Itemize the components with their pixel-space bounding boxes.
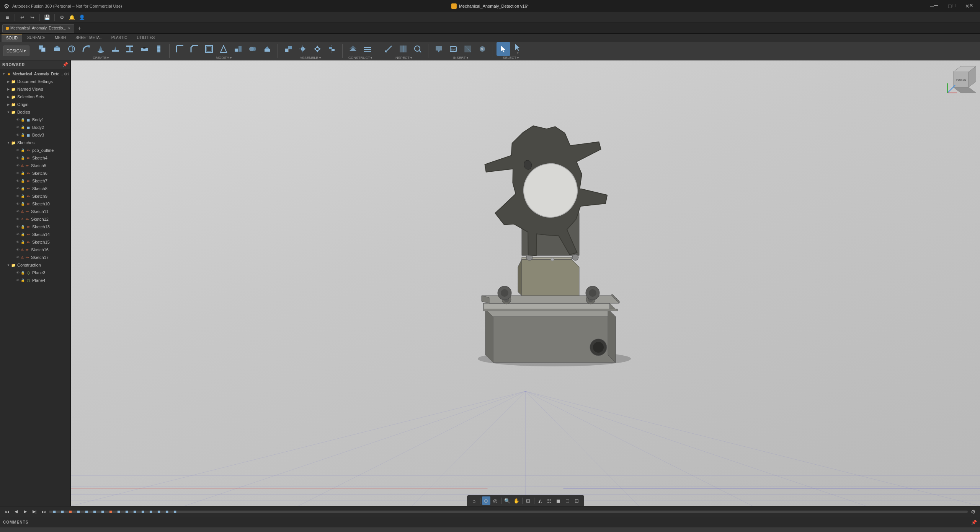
browser-sketch14[interactable]: ▶ 👁 🔒 ✏ Sketch14	[0, 231, 70, 238]
tl-op-icon[interactable]: ◼	[99, 508, 106, 515]
browser-plane3[interactable]: ▶ 👁 🔒 ⬡ Plane3	[0, 269, 70, 277]
tl-op-icon[interactable]: ◼	[172, 508, 178, 515]
measure-button[interactable]	[382, 42, 395, 56]
notifications-button[interactable]: 🔔	[68, 13, 76, 22]
subtab-utilities[interactable]: UTILITIES	[132, 34, 159, 42]
fit-to-window-button[interactable]: ⊞	[524, 496, 532, 505]
web-button[interactable]	[123, 42, 137, 56]
environment-button[interactable]: ◻	[564, 496, 572, 505]
tl-op-icon[interactable]: ◼	[67, 508, 74, 515]
tl-op-icon[interactable]: ◼	[155, 508, 162, 515]
browser-sketches[interactable]: ▼ 📁 Sketches	[0, 139, 70, 146]
tl-op-icon[interactable]: ◼	[59, 508, 66, 515]
zoom-button[interactable]: 🔍	[503, 496, 511, 505]
visibility-icon[interactable]: 👁	[15, 117, 20, 122]
tree-arrow[interactable]: ▶	[6, 95, 11, 99]
browser-body1[interactable]: ▶ 👁 🔒 ◼ Body1	[0, 116, 70, 124]
subtab-solid[interactable]: SOLID	[2, 34, 22, 42]
joint-button[interactable]	[296, 42, 310, 56]
save-button[interactable]: 💾	[43, 13, 51, 22]
rib-button[interactable]	[108, 42, 122, 56]
redo-button[interactable]: ↪	[28, 13, 36, 22]
thread-button[interactable]	[152, 42, 166, 56]
account-button[interactable]: 👤	[78, 13, 86, 22]
browser-sketch13[interactable]: ▶ 👁 🔒 ✏ Sketch13	[0, 223, 70, 231]
browser-sketch10[interactable]: ▶ 👁 🔒 ✏ Sketch10	[0, 200, 70, 208]
timeline-bar[interactable]: ◼ ◼ ◼ ◼ ◼ ◼ ◼ ◼ ◼ ◼ ◼ ◼ ◼ ◼ ◼ ◼	[49, 511, 968, 513]
assemble-move-button[interactable]	[310, 42, 324, 56]
design-dropdown[interactable]: DESIGN ▾	[3, 46, 29, 56]
loft-button[interactable]	[94, 42, 108, 56]
construct-dropdown-arrow[interactable]: ▾	[371, 56, 372, 60]
timeline-settings-button[interactable]: ⚙	[969, 508, 977, 516]
visibility-icon[interactable]: 👁	[15, 202, 20, 206]
select-button[interactable]	[497, 42, 510, 56]
browser-sketch9[interactable]: ▶ 👁 🔒 ✏ Sketch9	[0, 192, 70, 200]
tl-op-icon[interactable]: ◼	[115, 508, 122, 515]
visibility-icon[interactable]: 👁	[15, 133, 20, 137]
tl-op-icon[interactable]: ◼	[123, 508, 130, 515]
tree-arrow[interactable]: ▶	[6, 88, 11, 91]
tl-op-icon[interactable]: ◼	[75, 508, 82, 515]
shell-button[interactable]	[202, 42, 216, 56]
visibility-icon[interactable]: 👁	[15, 240, 20, 244]
inspect-more-button[interactable]	[411, 42, 425, 56]
look-at-button[interactable]: ◎	[491, 496, 500, 505]
browser-sketch6[interactable]: ▶ 👁 🔒 ✏ Sketch6	[0, 169, 70, 177]
select-dropdown-arrow[interactable]: ▾	[517, 56, 519, 60]
pan-button[interactable]: ✋	[512, 496, 521, 505]
draft-button[interactable]	[217, 42, 230, 56]
play-button[interactable]: ▶	[21, 508, 29, 516]
visual-style-button[interactable]: ◼	[554, 496, 563, 505]
visibility-icon[interactable]: 👁	[15, 255, 20, 260]
skip-to-start-button[interactable]: ⏮	[3, 508, 11, 516]
combine-button[interactable]	[246, 42, 260, 56]
insert-derive-button[interactable]	[432, 42, 446, 56]
browser-pcb-outline[interactable]: ▶ 👁 🔒 ✏ pcb_outline	[0, 146, 70, 154]
view-cube-button[interactable]: ◭	[536, 496, 544, 505]
file-tab-close[interactable]: ✕	[68, 26, 71, 30]
viewport[interactable]: BACK ⌂ ⊙ ◎ 🔍 ✋ ⊞ ◭ ☷ ◼ ◻ ⊡	[71, 60, 980, 506]
insert-svg-button[interactable]: SVG	[446, 42, 460, 56]
browser-sketch5[interactable]: ▶ 👁 ⚠ ✏ Sketch5	[0, 162, 70, 169]
hole-button[interactable]	[137, 42, 151, 56]
visibility-icon[interactable]: 👁	[15, 232, 20, 237]
extrude-button[interactable]	[50, 42, 64, 56]
tl-op-icon[interactable]: ◼	[83, 508, 90, 515]
step-back-button[interactable]: ◀	[12, 508, 20, 516]
tl-op-icon[interactable]: ◼	[51, 508, 58, 515]
comments-pin-button[interactable]: 📌	[971, 520, 977, 525]
browser-pin-button[interactable]: 📌	[62, 62, 68, 67]
browser-sketch17[interactable]: ▶ 👁 ⚠ ✏ Sketch17	[0, 254, 70, 261]
insert-decal-button[interactable]: D	[475, 42, 489, 56]
revolve-button[interactable]	[65, 42, 78, 56]
visibility-icon[interactable]: 👁	[15, 148, 20, 153]
visibility-icon[interactable]: 👁	[15, 209, 20, 214]
select-dropdown-button[interactable]: ▾	[511, 42, 525, 56]
tl-op-icon[interactable]: ◼	[147, 508, 154, 515]
section-analysis-button[interactable]	[396, 42, 410, 56]
display-settings-button[interactable]: ☷	[545, 496, 554, 505]
offset-plane-button[interactable]	[346, 42, 360, 56]
tree-arrow[interactable]: ▼	[2, 72, 6, 76]
sweep-button[interactable]	[79, 42, 93, 56]
viewcube[interactable]: BACK	[946, 64, 976, 95]
insert-dropdown-arrow[interactable]: ▾	[467, 56, 468, 60]
browser-document-settings[interactable]: ▶ 📁 Document Settings	[0, 78, 70, 85]
visibility-icon[interactable]: 👁	[15, 163, 20, 168]
tree-arrow[interactable]: ▼	[6, 111, 11, 114]
tl-op-icon[interactable]: ◼	[91, 508, 98, 515]
browser-root-info-icon[interactable]: ℹ	[67, 72, 69, 76]
visibility-icon[interactable]: 👁	[15, 225, 20, 229]
scale-button[interactable]	[231, 42, 245, 56]
browser-sketch12[interactable]: ▶ 👁 ⚠ ✏ Sketch12	[0, 215, 70, 223]
inspect-dropdown-arrow[interactable]: ▾	[410, 56, 412, 60]
ext-maximize-button[interactable]: □	[945, 0, 962, 11]
create-dropdown-arrow[interactable]: ▾	[107, 56, 109, 60]
browser-root-settings-icon[interactable]: ⚙	[64, 72, 67, 76]
skip-to-end-button[interactable]: ⏭	[40, 508, 47, 516]
subtab-sheetmetal[interactable]: SHEET METAL	[71, 34, 106, 42]
align-button[interactable]	[325, 42, 339, 56]
visibility-icon[interactable]: 👁	[15, 179, 20, 183]
subtab-mesh[interactable]: MESH	[50, 34, 70, 42]
